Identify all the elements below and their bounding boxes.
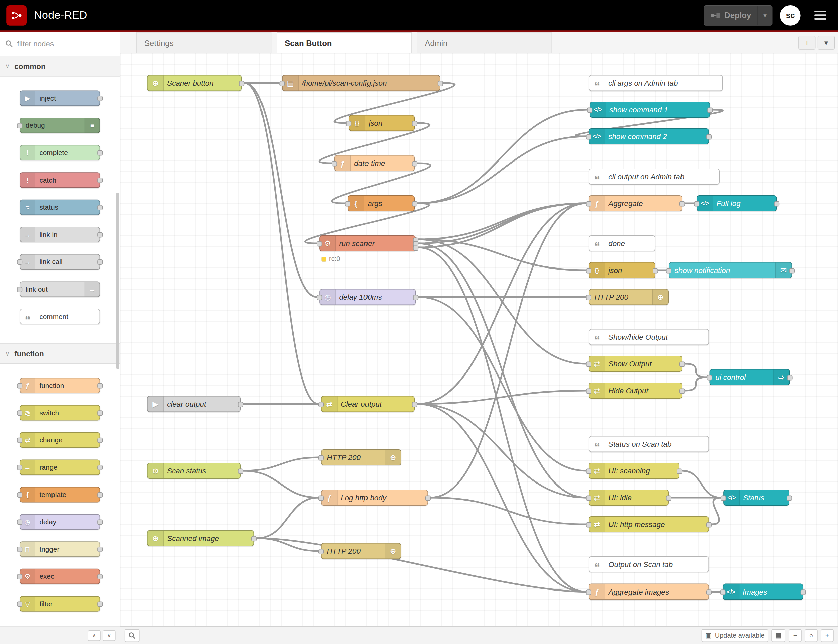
node-output-port[interactable] xyxy=(666,496,672,501)
node-input-port[interactable] xyxy=(586,268,591,274)
flow-node-ws-status[interactable]: </>Status xyxy=(723,490,789,506)
flow-node-ui-http-message[interactable]: ⇄UI: http message xyxy=(588,516,709,532)
node-output-port[interactable] xyxy=(238,469,243,474)
palette-category-function[interactable]: ∨function xyxy=(0,343,120,364)
node-input-port[interactable] xyxy=(586,496,591,501)
node-output-port[interactable] xyxy=(412,161,417,166)
palette-node-complete[interactable]: !complete xyxy=(20,145,100,161)
node-input-port[interactable] xyxy=(17,383,22,389)
node-input-port[interactable] xyxy=(721,496,726,501)
flow-node-show-command-2[interactable]: </>show command 2 xyxy=(588,128,709,145)
node-input-port[interactable] xyxy=(317,242,322,247)
flow-node-hide-output[interactable]: ⇄Hide Output xyxy=(588,383,682,399)
node-output-port[interactable] xyxy=(800,590,806,595)
node-output-port[interactable] xyxy=(412,121,417,127)
node-output-port[interactable] xyxy=(787,375,792,381)
node-output-port[interactable] xyxy=(97,177,103,183)
node-input-port[interactable] xyxy=(17,287,22,292)
node-output-port[interactable] xyxy=(238,402,243,407)
node-output-port[interactable] xyxy=(97,410,103,416)
palette-node-delay[interactable]: ◷delay xyxy=(20,514,100,530)
wire-run-scaner-to-aggregate[interactable] xyxy=(418,203,586,240)
palette-node-trigger[interactable]: ⊓trigger xyxy=(20,541,100,557)
node-output-port[interactable] xyxy=(412,402,417,407)
palette-collapse-all-button[interactable]: ∧ xyxy=(88,630,100,641)
node-output-port[interactable] xyxy=(239,81,245,86)
node-output-port[interactable] xyxy=(97,232,103,237)
node-output-port[interactable] xyxy=(97,151,103,156)
node-output-port[interactable] xyxy=(97,205,103,210)
comment-node-comment-done[interactable]: “done xyxy=(588,235,656,251)
node-input-port[interactable] xyxy=(17,465,22,470)
node-output-port[interactable] xyxy=(774,201,779,207)
flow-node-scan-config[interactable]: ▤/home/pi/scan-config.json xyxy=(282,75,440,91)
palette-node-link-out[interactable]: →link out xyxy=(20,281,100,297)
node-input-port[interactable] xyxy=(586,295,591,300)
node-output-port[interactable] xyxy=(97,574,103,580)
flow-node-clear-output[interactable]: ⇄Clear output xyxy=(321,396,415,412)
node-output-port[interactable] xyxy=(97,438,103,443)
wire-ui-http-message-to-ws-status[interactable] xyxy=(711,498,721,524)
node-input-port[interactable] xyxy=(317,295,322,300)
node-input-port[interactable] xyxy=(346,121,352,127)
palette-category-common[interactable]: ∨common xyxy=(0,56,120,77)
flow-node-show-output[interactable]: ⇄Show Output xyxy=(588,356,682,372)
flow-node-full-log[interactable]: </>Full log xyxy=(697,195,777,211)
zoom-in-button[interactable]: + xyxy=(821,629,833,642)
node-input-port[interactable] xyxy=(694,201,699,207)
node-output-port[interactable] xyxy=(706,590,711,595)
deploy-options-button[interactable]: ▾ xyxy=(758,6,772,25)
node-input-port[interactable] xyxy=(17,410,22,416)
palette-node-filter[interactable]: ▽filter xyxy=(20,596,100,611)
canvas-search-button[interactable] xyxy=(125,629,140,642)
node-output-port[interactable] xyxy=(680,201,685,207)
flow-node-scanned-image[interactable]: ⊕Scanned image xyxy=(147,530,254,546)
flow-node-ui-idle[interactable]: ⇄UI: idle xyxy=(588,490,669,506)
palette-node-link-in[interactable]: →link in xyxy=(20,227,100,242)
palette-node-status[interactable]: ≈status xyxy=(20,200,100,215)
node-input-port[interactable] xyxy=(17,492,22,498)
flow-node-aggregate[interactable]: ƒAggregate xyxy=(588,195,682,211)
flow-node-scaner-button[interactable]: ⊕Scaner button xyxy=(147,75,242,91)
palette-search-input[interactable] xyxy=(17,39,115,48)
node-output-port[interactable] xyxy=(706,522,711,527)
wire-scanned-image-to-log-http-body[interactable] xyxy=(257,498,318,538)
palette-node-catch[interactable]: !catch xyxy=(20,172,100,187)
node-output-port[interactable] xyxy=(677,469,682,474)
flow-node-delay-100ms[interactable]: ◷delay 100ms xyxy=(319,289,416,305)
node-input-port[interactable] xyxy=(17,260,22,265)
zoom-out-button[interactable]: − xyxy=(789,629,801,642)
node-input-port[interactable] xyxy=(318,402,324,407)
comment-node-comment-status-scan[interactable]: “Status on Scan tab xyxy=(588,436,709,452)
node-input-port[interactable] xyxy=(666,268,672,274)
node-output-port[interactable] xyxy=(97,520,103,525)
node-output-port[interactable] xyxy=(413,295,418,300)
node-input-port[interactable] xyxy=(318,549,324,554)
palette-node-link-call[interactable]: →link call xyxy=(20,254,100,269)
node-input-port[interactable] xyxy=(586,590,591,595)
flow-node-json-parse[interactable]: {}json xyxy=(349,115,415,131)
node-input-port[interactable] xyxy=(17,520,22,525)
deploy-button[interactable]: Deploy ▾ xyxy=(703,5,772,25)
tab-admin[interactable]: Admin xyxy=(417,32,551,53)
palette-node-inject[interactable]: ▶inject xyxy=(20,90,100,106)
node-output-port[interactable] xyxy=(413,245,418,251)
navigator-button[interactable]: ▤ xyxy=(772,629,785,642)
comment-node-comment-cli-args[interactable]: “cli args on Admin tab xyxy=(588,75,723,91)
wire-delay-100ms-to-ui-scanning[interactable] xyxy=(418,297,586,471)
node-output-port[interactable] xyxy=(707,108,713,113)
node-input-port[interactable] xyxy=(332,161,337,166)
tab-scan-button[interactable]: Scan Button xyxy=(276,32,411,54)
flow-node-json-out[interactable]: {}json xyxy=(588,262,656,278)
node-input-port[interactable] xyxy=(17,123,22,128)
flow-node-http-200-c[interactable]: ⊕HTTP 200 xyxy=(588,289,669,305)
add-flow-button[interactable]: + xyxy=(798,36,815,50)
flow-node-http-200-b[interactable]: ⊕HTTP 200 xyxy=(321,543,401,559)
wire-scanned-image-to-aggregate-images[interactable] xyxy=(257,538,586,592)
flow-list-button[interactable]: ▾ xyxy=(818,36,835,50)
node-input-port[interactable] xyxy=(279,81,284,86)
node-output-port[interactable] xyxy=(438,81,443,86)
update-available-button[interactable]: ▣ Update available xyxy=(702,629,769,642)
comment-node-comment-output-scan[interactable]: “Output on Scan tab xyxy=(588,556,709,572)
flow-node-http-200-a[interactable]: ⊕HTTP 200 xyxy=(321,449,401,465)
